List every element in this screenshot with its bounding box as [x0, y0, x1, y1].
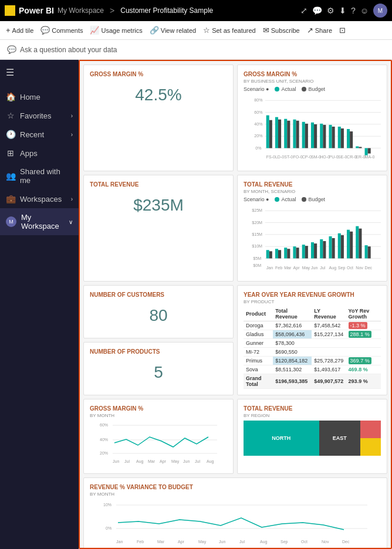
share-button[interactable]: ↗ Share [307, 26, 332, 35]
usage-metrics-button[interactable]: 📈 Usage metrics [90, 26, 142, 35]
qa-icon: 💬 [7, 45, 16, 54]
yoy-growth: 369.7 % [346, 357, 381, 365]
svg-text:Feb: Feb [275, 266, 282, 270]
sidebar-item-shared[interactable]: 👥 Shared with me [0, 162, 79, 189]
budget-label: Budget [308, 86, 325, 92]
workspace-breadcrumb[interactable]: My Workspace [58, 6, 104, 15]
total-revenue-chart-subtitle: BY MONTH, SCENARIO [244, 189, 381, 194]
num-products-title: Number of Products [90, 348, 227, 355]
sidebar-item-home[interactable]: 🏠 Home [0, 87, 79, 106]
yoy-title: Year Over Year Revenue Growth [244, 292, 381, 298]
svg-text:Jul: Jul [124, 459, 130, 463]
user-avatar[interactable]: M [373, 4, 387, 18]
svg-rect-70 [305, 246, 308, 258]
svg-rect-66 [287, 249, 290, 258]
svg-text:Feb: Feb [137, 540, 144, 544]
breadcrumb-separator: > [110, 6, 114, 15]
svg-text:$15M: $15M [252, 232, 262, 237]
svg-text:Apr: Apr [178, 540, 185, 544]
svg-rect-20 [293, 120, 296, 148]
recent-icon: 🕐 [6, 130, 15, 139]
svg-rect-18 [284, 119, 287, 148]
region-segment-red [360, 421, 381, 438]
ly-rev: $25,728,279 [312, 357, 346, 365]
svg-rect-37 [368, 148, 371, 154]
svg-rect-82 [359, 229, 361, 259]
svg-text:Nov: Nov [356, 266, 363, 270]
recent-expand-icon: › [71, 131, 73, 138]
shared-label: Shared with me [20, 167, 73, 185]
sidebar-item-apps[interactable]: ⊞ Apps [0, 144, 79, 162]
svg-rect-75 [329, 236, 332, 259]
grand-total-yoy: 293.9 % [346, 374, 381, 389]
product-name: MI-72 [244, 348, 273, 357]
svg-text:FO-0: FO-0 [293, 155, 302, 160]
comments-button[interactable]: 💬 Comments [40, 26, 83, 35]
svg-text:Dec: Dec [365, 266, 373, 270]
svg-text:Sep: Sep [281, 540, 288, 544]
svg-rect-0 [6, 11, 8, 15]
gm-monthly-chart: 60% 40% 20% Jun Jul Aug Mar Apr May [90, 421, 227, 467]
revenue-variance-subtitle: BY MONTH [90, 492, 381, 497]
svg-rect-79 [347, 230, 350, 259]
brand-label: Power BI [19, 6, 54, 15]
sidebar-item-recent[interactable]: 🕐 Recent › [0, 125, 79, 144]
total-revenue-legend: Scenario ● Actual Budget [244, 196, 381, 202]
expand-icon[interactable]: ⤢ [300, 6, 307, 15]
svg-rect-63 [275, 249, 278, 258]
home-icon: 🏠 [6, 92, 15, 101]
region-chart: NORTH EAST [244, 421, 381, 456]
svg-rect-64 [278, 250, 281, 258]
feedback-icon[interactable]: ☺ [360, 6, 369, 15]
svg-text:$25M: $25M [252, 208, 262, 213]
tr-budget-dot [302, 197, 306, 202]
help-icon[interactable]: ? [351, 6, 356, 15]
favorites-icon: ☆ [6, 111, 15, 120]
revenue-region-subtitle: BY REGION [244, 413, 381, 418]
comment-icon[interactable]: 💬 [312, 6, 322, 15]
yoy-growth [346, 348, 381, 357]
svg-text:Oct: Oct [301, 540, 307, 544]
svg-rect-28 [329, 125, 332, 148]
hamburger-menu[interactable]: ☰ [4, 65, 75, 80]
svg-text:Dec: Dec [342, 540, 350, 544]
subscribe-button[interactable]: ✉ Subscribe [263, 26, 300, 35]
power-bi-logo [5, 5, 15, 16]
tr-actual-legend: Actual [275, 196, 296, 202]
svg-rect-65 [284, 248, 287, 258]
svg-rect-71 [311, 242, 314, 258]
region-segment-yellow [360, 438, 381, 456]
add-tile-button[interactable]: + Add tile [6, 26, 33, 35]
svg-rect-19 [287, 121, 290, 148]
svg-rect-76 [332, 238, 335, 259]
settings-icon[interactable]: ⚙ [327, 6, 334, 15]
legend-scenario: Scenario ● [244, 86, 269, 92]
svg-text:Aug: Aug [207, 459, 214, 464]
gross-margin-chart-subtitle: BY BUSINESS UNIT, SCENARIO [244, 79, 381, 84]
region-other [360, 421, 381, 456]
svg-text:20%: 20% [100, 451, 108, 455]
sidebar-item-my-workspace[interactable]: M My Workspace ∨ [0, 208, 79, 235]
svg-text:$10M: $10M [252, 244, 262, 249]
featured-button[interactable]: ☆ Set as featured [203, 26, 256, 35]
revenue-variance-chart: 10% 0% Jan Feb Mar Apr May Jun Jul [90, 499, 381, 549]
table-row: Doroga $7,362,616 $7,458,542 -1.3 % [244, 321, 381, 330]
view-related-button[interactable]: 🔗 View related [150, 26, 196, 35]
svg-text:Apr: Apr [293, 266, 300, 270]
qa-placeholder[interactable]: Ask a question about your data [20, 46, 117, 54]
sidebar-item-favorites[interactable]: ☆ Favorites › [0, 106, 79, 125]
total-revenue-chart-title: Total Revenue [244, 181, 381, 188]
svg-text:10%: 10% [103, 503, 111, 507]
add-tile-label: Add tile [12, 27, 34, 34]
download-icon[interactable]: ⬇ [339, 6, 346, 15]
more-button[interactable]: ⊡ [339, 26, 346, 35]
sidebar-item-workspaces[interactable]: 💼 Workspaces › [0, 189, 79, 208]
yoy-growth-tile: Year Over Year Revenue Growth BY PRODUCT… [237, 285, 387, 395]
svg-text:May: May [171, 459, 180, 464]
apps-label: Apps [20, 149, 73, 158]
region-north: NORTH [244, 421, 319, 456]
dashboard-content: Gross Margin % 42.5% Gross Margin % BY B… [79, 60, 392, 549]
qa-bar: 💬 Ask a question about your data [0, 40, 392, 60]
num-customers-tile: Number of Customers 80 [83, 285, 234, 338]
svg-text:SE-0: SE-0 [338, 155, 347, 160]
